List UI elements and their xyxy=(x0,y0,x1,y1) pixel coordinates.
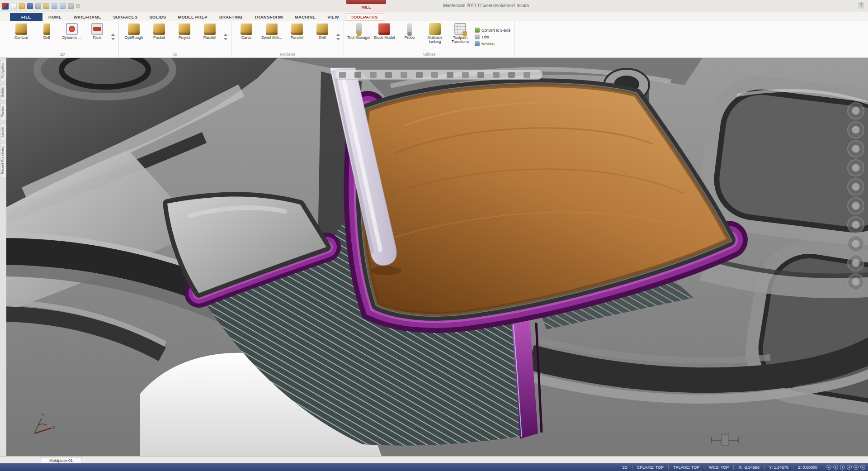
ribbon-button-curve[interactable]: Curve xyxy=(234,22,259,52)
ribbon-group-utilities: Tool Manager Stock Model Probe Multiaxis… xyxy=(344,21,515,57)
mastercam-window: { "window": { "title": "Mastercam 2017 C… xyxy=(0,0,868,471)
screen-grab-icon[interactable] xyxy=(43,3,49,9)
ribbon-button-nesting[interactable]: Nesting xyxy=(475,41,510,46)
tab-surfaces[interactable]: SURFACES xyxy=(107,13,143,21)
ribbon-button-parallel-multiaxis[interactable]: Parallel xyxy=(284,22,310,52)
status-bar: 3D CPLANE: TOP TPLANE: TOP WCS: TOP X: -… xyxy=(0,463,868,471)
status-cplane[interactable]: CPLANE: TOP xyxy=(632,465,668,470)
group-label-utilities: Utilities xyxy=(346,52,512,57)
ribbon-button-face[interactable]: Face xyxy=(85,22,110,52)
parallel-icon xyxy=(204,23,216,35)
tab-machine[interactable]: MACHINE xyxy=(289,13,321,21)
button-label: OptiRough xyxy=(125,36,143,40)
status-grid-icon[interactable] xyxy=(847,465,852,470)
status-coord-z: Z: 0.00000 xyxy=(793,465,822,470)
tab-model-prep[interactable]: MODEL PREP xyxy=(172,13,213,21)
project-icon xyxy=(179,23,190,35)
tab-wireframe[interactable]: WIREFRAME xyxy=(68,13,107,21)
panel-tab-toolpaths[interactable]: Toolpaths xyxy=(0,60,6,81)
ribbon-button-probe[interactable]: Probe xyxy=(397,22,422,52)
tab-view[interactable]: VIEW xyxy=(321,13,344,21)
panel-tab-recent-functions[interactable]: Recent Functions xyxy=(0,143,6,177)
pocket-icon xyxy=(153,23,165,35)
customize-dropdown-icon[interactable] xyxy=(76,4,80,8)
app-logo-icon[interactable] xyxy=(2,3,9,10)
utilities-small-buttons: Convert to 5-axis Trim Nesting xyxy=(473,22,512,52)
status-zoom-icon[interactable] xyxy=(840,465,845,470)
save-icon[interactable] xyxy=(27,3,33,9)
group-label-2d: 2D xyxy=(9,52,116,57)
gallery-up-icon xyxy=(224,33,227,36)
status-units-icon[interactable] xyxy=(854,465,859,470)
ribbon-group-multiaxis: Curve Swarf Milli... Parallel Drill Mult… xyxy=(231,21,344,57)
curve-icon xyxy=(241,23,252,35)
ribbon-group-3d: OptiRough Pocket Project Parallel 3D xyxy=(119,21,231,57)
ribbon-button-toolpath-transform[interactable]: Toolpath Transform xyxy=(448,22,473,52)
print-icon[interactable] xyxy=(35,3,41,9)
status-gview-icon[interactable] xyxy=(826,465,831,470)
viewsheet-tab[interactable]: Moldplate-01 xyxy=(41,457,81,464)
parallel-multiaxis-icon xyxy=(291,23,303,35)
gallery-scroll-arrows-3d[interactable] xyxy=(222,22,229,52)
group-2d-buttons: Contour Drill Dynamic ... Face xyxy=(9,22,116,52)
view-toolbar-overlay[interactable] xyxy=(333,70,542,80)
ribbon-button-stock-model[interactable]: Stock Model xyxy=(372,22,397,52)
ribbon-button-project[interactable]: Project xyxy=(172,22,197,52)
ribbon-button-drill-multiaxis[interactable]: Drill xyxy=(310,22,335,52)
ribbon-button-trim[interactable]: Trim xyxy=(475,34,510,39)
tab-solids[interactable]: SOLIDS xyxy=(143,13,172,21)
tab-transform[interactable]: TRANSFORM xyxy=(248,13,288,21)
group-label-multiaxis: Multiaxis xyxy=(234,52,341,57)
quick-access-toolbar xyxy=(2,1,80,10)
gallery-scroll-arrows-2d[interactable] xyxy=(110,22,116,52)
toolpath-transform-icon xyxy=(454,23,466,35)
undo-icon[interactable] xyxy=(52,3,57,9)
tab-home[interactable]: HOME xyxy=(42,13,68,21)
button-label: Drill xyxy=(319,36,326,40)
dynamic-mill-icon xyxy=(66,23,78,35)
open-file-icon[interactable] xyxy=(19,3,25,9)
help-icon[interactable]: ? xyxy=(858,2,864,9)
viewsheet-row: Moldplate-01 xyxy=(0,456,868,464)
right-pocket-frame xyxy=(703,79,868,243)
status-settings-icon[interactable] xyxy=(860,465,865,470)
ribbon-button-contour[interactable]: Contour xyxy=(9,22,34,52)
panel-tab-solids[interactable]: Solids xyxy=(0,84,6,100)
status-dimension-mode[interactable]: 3D xyxy=(618,465,632,470)
new-file-icon[interactable] xyxy=(11,3,17,9)
gallery-down-icon xyxy=(336,38,340,40)
ribbon-button-multiaxis-linking[interactable]: Multiaxis Linking xyxy=(422,22,448,52)
button-label: Curve xyxy=(241,36,252,40)
tab-toolpaths[interactable]: TOOLPATHS xyxy=(345,13,384,21)
status-wcs[interactable]: WCS: TOP xyxy=(704,465,733,470)
panel-tab-planes[interactable]: Planes xyxy=(0,103,6,120)
ribbon-button-convert-to-5axis[interactable]: Convert to 5-axis xyxy=(475,28,510,33)
repaint-icon[interactable] xyxy=(68,3,74,9)
tab-drafting[interactable]: DRAFTING xyxy=(213,13,248,21)
redo-icon[interactable] xyxy=(60,3,66,9)
gallery-scroll-arrows-multiaxis[interactable] xyxy=(335,22,341,52)
ribbon-button-pocket[interactable]: Pocket xyxy=(146,22,172,52)
ribbon-button-dynamic-mill[interactable]: Dynamic ... xyxy=(59,22,85,52)
button-label: Probe xyxy=(405,36,415,40)
button-label: Face xyxy=(93,36,102,40)
ribbon-button-optirough[interactable]: OptiRough xyxy=(121,22,146,52)
panel-tab-levels[interactable]: Levels xyxy=(0,124,6,140)
tab-file[interactable]: FILE xyxy=(10,13,42,21)
group-label-3d: 3D xyxy=(121,52,229,57)
ribbon-button-parallel-3d[interactable]: Parallel xyxy=(197,22,222,52)
button-label: Parallel xyxy=(203,36,216,40)
button-label: Nesting xyxy=(481,42,495,46)
group-multiaxis-buttons: Curve Swarf Milli... Parallel Drill xyxy=(234,22,341,52)
mill-contextual-bar xyxy=(346,0,386,4)
probe-icon xyxy=(407,23,412,35)
ribbon-button-swarf-milling[interactable]: Swarf Milli... xyxy=(259,22,284,52)
button-label: Contour xyxy=(14,36,28,40)
ribbon-button-tool-manager[interactable]: Tool Manager xyxy=(346,22,372,52)
ribbon-tab-row: FILE HOME WIREFRAME SURFACES SOLIDS MODE… xyxy=(0,12,868,21)
status-planes-icon[interactable] xyxy=(833,465,838,470)
ribbon-button-drill-2d[interactable]: Drill xyxy=(34,22,59,52)
graphics-viewport[interactable]: X Y xyxy=(6,58,868,456)
status-tplane[interactable]: TPLANE: TOP xyxy=(668,465,704,470)
button-label: Convert to 5-axis xyxy=(481,28,510,33)
